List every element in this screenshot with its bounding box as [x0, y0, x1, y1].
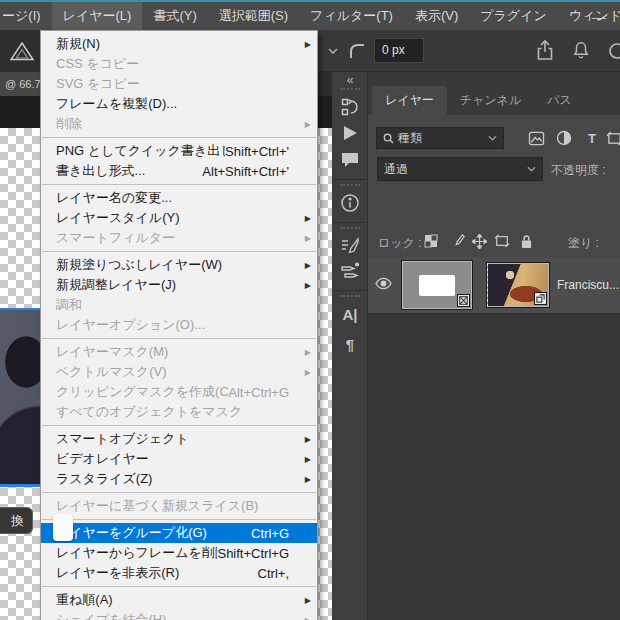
menu-item-label: レイヤーからフレームを削除(R)	[56, 544, 217, 562]
search-icon[interactable]	[606, 41, 620, 63]
fill-label: 塗り :	[568, 235, 599, 252]
panel-dock: «	[332, 72, 368, 620]
menu-separator	[42, 184, 316, 185]
menu-item-label: 新規(N)	[56, 35, 289, 53]
menu-item[interactable]: PNG としてクイック書き出しShift+Ctrl+'	[41, 141, 317, 161]
brushes-icon[interactable]	[339, 260, 361, 282]
share-icon[interactable]	[534, 39, 556, 63]
menu-bar: ージ(I)レイヤー(L)書式(Y)選択範囲(S)フィルター(T)表示(V)プラグ…	[0, 2, 620, 30]
menu-item[interactable]: フレームを複製(D)...	[41, 94, 317, 114]
menu-item[interactable]: すべてのオブジェクトをマスク	[41, 402, 317, 422]
search-icon	[383, 133, 394, 144]
layer-row-selected[interactable]: Franciscu...I	[368, 257, 620, 314]
lock-position-icon[interactable]	[471, 233, 487, 249]
lock-transparency-icon[interactable]	[423, 233, 439, 249]
menu-item-label: レイヤーマスク(M)	[56, 343, 289, 361]
visibility-eye-icon[interactable]	[375, 277, 393, 291]
menu-bar-items: ージ(I)レイヤー(L)書式(Y)選択範囲(S)フィルター(T)表示(V)プラグ…	[0, 2, 620, 30]
version-history-icon[interactable]	[339, 96, 361, 118]
dock-grip[interactable]	[340, 227, 360, 231]
tool-preset-button[interactable]	[0, 30, 44, 71]
frame-mask-thumbnail[interactable]	[402, 261, 472, 309]
chevron-down-icon[interactable]	[328, 48, 338, 54]
panel-tab[interactable]: レイヤー	[372, 86, 447, 115]
dock-grip[interactable]	[340, 88, 360, 92]
menu-item[interactable]: ビデオレイヤー▶	[41, 449, 317, 469]
filter-frame-layers-icon[interactable]	[605, 129, 620, 147]
menu-item[interactable]: レイヤーを非表示(R)Ctrl+,	[41, 563, 317, 583]
smart-object-badge-icon	[534, 292, 547, 305]
dock-divider	[333, 179, 366, 180]
menubar-item[interactable]: ウィンドウ(W)	[558, 2, 620, 30]
dock-grip[interactable]	[340, 184, 360, 188]
layers-list: Franciscu...I	[368, 257, 620, 620]
menu-item-label: ベクトルマスク(V)	[56, 363, 289, 381]
corner-radius-input[interactable]: 0 px	[374, 38, 424, 63]
dock-divider	[333, 222, 366, 223]
character-panel-icon[interactable]: A|	[339, 303, 361, 325]
menubar-item[interactable]: レイヤー(L)	[52, 2, 143, 30]
menu-item[interactable]: 新規塗りつぶしレイヤー(W)▶	[41, 255, 317, 275]
menubar-item[interactable]: フィルター(T)	[299, 2, 404, 30]
menubar-item[interactable]: プラグイン	[469, 2, 558, 30]
menu-item[interactable]: スマートオブジェクト▶	[41, 429, 317, 449]
info-icon[interactable]	[339, 192, 361, 214]
filter-type-layers-icon[interactable]: T	[583, 129, 601, 147]
bell-icon[interactable]	[571, 39, 591, 63]
lock-all-icon[interactable]	[518, 233, 534, 249]
lock-frame-icon[interactable]	[494, 233, 510, 249]
filter-pixel-layers-icon[interactable]	[527, 129, 545, 147]
menu-item[interactable]: 重ね順(A)▶	[41, 590, 317, 610]
menu-item[interactable]: レイヤー名の変更...	[41, 188, 317, 208]
paragraph-panel-icon[interactable]: ¶	[339, 333, 361, 355]
menu-item[interactable]: シェイプを結合(H)▶	[41, 610, 317, 620]
menu-item[interactable]: 新規(N)▶	[41, 34, 317, 54]
panel-tab[interactable]: パス	[534, 86, 585, 115]
menubar-item[interactable]: 選択範囲(S)	[208, 2, 299, 30]
menu-item[interactable]: レイヤーに基づく新規スライス(B)	[41, 496, 317, 516]
menu-item[interactable]: レイヤーオプション(O)...	[41, 315, 317, 335]
menu-item[interactable]: ラスタライズ(Z)▶	[41, 469, 317, 489]
filter-adjustment-layers-icon[interactable]	[555, 129, 573, 147]
menu-item[interactable]: 調和	[41, 295, 317, 315]
minimize-button[interactable]: —	[592, 4, 606, 30]
comments-icon[interactable]	[339, 149, 361, 171]
menu-item[interactable]: レイヤースタイル(Y)▶	[41, 208, 317, 228]
menu-item-label: スマートフィルター	[56, 229, 289, 247]
frame-shape	[419, 275, 455, 296]
menubar-item[interactable]: 書式(Y)	[142, 2, 207, 30]
menu-separator	[42, 425, 316, 426]
layer-image-thumbnail[interactable]	[487, 263, 549, 307]
panel-tabs: レイヤーチャンネルパス	[372, 86, 585, 115]
actions-play-icon[interactable]	[339, 122, 361, 144]
contextual-taskbar-white-button[interactable]	[53, 514, 73, 541]
layer-name[interactable]: Franciscu...I	[557, 278, 619, 292]
menubar-item[interactable]: 表示(V)	[404, 2, 469, 30]
dock-grip[interactable]	[340, 295, 360, 299]
menu-item[interactable]: レイヤーをグループ化(G)Ctrl+G	[41, 523, 317, 543]
layers-panel-body: 種類 T 通過	[368, 115, 620, 620]
lock-pixels-icon[interactable]	[450, 233, 466, 249]
menu-item[interactable]: 書き出し形式...Alt+Shift+Ctrl+'	[41, 161, 317, 181]
menubar-item[interactable]: ージ(I)	[0, 2, 52, 30]
submenu-arrow-icon: ▶	[299, 616, 311, 620]
menu-item[interactable]: レイヤーからフレームを削除(R)Shift+Ctrl+G	[41, 543, 317, 563]
menu-item[interactable]: クリッピングマスクを作成(C)Alt+Ctrl+G	[41, 382, 317, 402]
menu-item[interactable]: スマートフィルター▶	[41, 228, 317, 248]
brush-settings-icon[interactable]	[339, 235, 361, 257]
collapse-panels-button[interactable]: «	[332, 73, 368, 87]
menu-item[interactable]: SVG をコピー	[41, 74, 317, 94]
panel-tab[interactable]: チャンネル	[447, 86, 534, 115]
filter-kind-label: 種類	[398, 130, 422, 147]
menu-item[interactable]: 削除▶	[41, 114, 317, 134]
menu-item[interactable]: 新規調整レイヤー(J)▶	[41, 275, 317, 295]
submenu-arrow-icon: ▶	[299, 40, 311, 49]
contextual-taskbar-button[interactable]: 換	[0, 507, 33, 534]
menu-item[interactable]: CSS をコピー	[41, 54, 317, 74]
menu-item-label: レイヤー名の変更...	[56, 189, 289, 207]
blend-mode-dropdown[interactable]: 通過	[377, 157, 543, 181]
menu-item[interactable]: ベクトルマスク(V)▶	[41, 362, 317, 382]
menu-item[interactable]: レイヤーマスク(M)▶	[41, 342, 317, 362]
layer-filter-dropdown[interactable]: 種類	[376, 127, 504, 149]
menu-item-label: 調和	[56, 296, 289, 314]
